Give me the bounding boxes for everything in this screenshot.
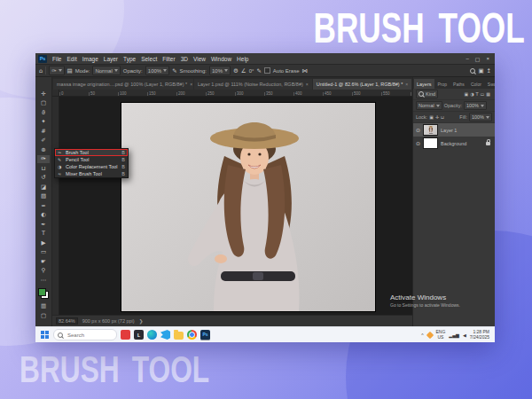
symmetry-icon[interactable]: ⋈	[302, 67, 309, 74]
filter-type-icons[interactable]: ▣◑T▭▦	[464, 91, 492, 97]
zoom-tool-icon[interactable]: ⚲	[37, 267, 50, 276]
chevron-down-icon	[114, 69, 118, 72]
color-swatches[interactable]	[38, 288, 49, 299]
lasso-tool-icon[interactable]: ϑ	[37, 108, 50, 117]
flyout-item-pencil-tool[interactable]: ✎ Pencil Tool B	[55, 156, 128, 163]
pressure-opacity-icon[interactable]: ✎	[172, 67, 176, 74]
gradient-tool-icon[interactable]: ▨	[37, 192, 50, 201]
blur-tool-icon[interactable]: ≈	[37, 201, 50, 210]
menu-select[interactable]: Select	[138, 56, 160, 62]
home-icon[interactable]: ⌂	[39, 67, 43, 74]
smoothing-options-gear-icon[interactable]: ⚙	[233, 67, 239, 74]
document-tab-1[interactable]: massa image origination....psd @ 100% (L…	[53, 79, 193, 90]
move-tool-icon[interactable]: ✛	[37, 90, 50, 98]
layers-blend-mode-dropdown[interactable]: Normal	[416, 101, 442, 110]
close-button[interactable]: ×	[486, 56, 489, 62]
type-tool-icon[interactable]: T	[37, 230, 50, 239]
taskbar-search[interactable]	[53, 329, 117, 340]
taskbar-app-l-icon[interactable]: L	[134, 330, 144, 340]
menu-layer[interactable]: Layer	[101, 56, 121, 62]
lock-icons[interactable]: ▣✛⊔	[429, 114, 446, 120]
close-tab-icon[interactable]: ×	[190, 82, 192, 87]
filter-kind-dropdown[interactable]: Kind	[416, 90, 438, 98]
layers-opacity-dropdown[interactable]: 100%	[464, 101, 487, 110]
blend-mode-dropdown[interactable]: Normal	[92, 66, 120, 75]
tray-chevron-icon[interactable]: ^	[421, 332, 423, 338]
minimize-button[interactable]: –	[466, 56, 468, 62]
tray-shield-icon[interactable]	[426, 331, 433, 338]
share-icon[interactable]: ↥	[487, 67, 491, 74]
brush-preset-picker[interactable]: ✑	[49, 66, 64, 75]
opacity-dropdown[interactable]: 100%	[145, 66, 169, 75]
restore-button[interactable]: ▢	[475, 56, 481, 62]
pressure-size-icon[interactable]: ✎	[256, 67, 261, 74]
edit-toolbar-icon[interactable]: ⋯	[37, 276, 50, 285]
crop-tool-icon[interactable]: #	[37, 127, 50, 136]
brush-angle-icon[interactable]: ∠	[241, 67, 246, 74]
search-icon[interactable]	[470, 68, 475, 74]
spot-healing-tool-icon[interactable]: ⊕	[37, 145, 50, 154]
visibility-eye-icon[interactable]: ⊙	[416, 127, 420, 133]
menu-filter[interactable]: Filter	[160, 56, 177, 62]
visibility-eye-icon[interactable]: ⊙	[416, 140, 420, 146]
tab-layers[interactable]: Layers	[414, 79, 434, 89]
eyedropper-tool-icon[interactable]: ✐	[37, 137, 50, 145]
foreground-color-swatch[interactable]	[38, 288, 46, 296]
volume-icon[interactable]: ◀	[463, 332, 466, 338]
workspace-icon[interactable]: ▣	[478, 67, 483, 74]
flyout-item-brush-tool[interactable]: ✑ Brush Tool B	[55, 149, 128, 156]
tab-color[interactable]: Color	[468, 79, 484, 89]
flyout-item-color-replacement-tool[interactable]: ◑ Color Replacement Tool B	[55, 163, 128, 170]
network-icon[interactable]: ▂▄▆	[449, 332, 459, 338]
tab-paths[interactable]: Paths	[450, 79, 467, 89]
start-button[interactable]	[41, 331, 50, 340]
dodge-tool-icon[interactable]: ◐	[37, 211, 50, 220]
file-explorer-icon[interactable]	[174, 332, 184, 340]
taskbar-clock[interactable]: 1:28 PM 7/24/2025	[470, 330, 489, 340]
language-indicator[interactable]: ENG US	[436, 330, 446, 340]
menu-window[interactable]: Window	[208, 56, 234, 62]
vscode-icon[interactable]	[160, 330, 170, 340]
menu-file[interactable]: File	[50, 56, 64, 62]
path-selection-tool-icon[interactable]: ▶	[37, 239, 50, 247]
auto-erase-checkbox[interactable]	[264, 67, 270, 74]
chrome-browser-icon[interactable]	[187, 330, 197, 340]
quick-selection-tool-icon[interactable]: ✦	[37, 118, 50, 127]
brush-tool-icon[interactable]: ✑	[37, 155, 50, 164]
canvas[interactable]	[59, 97, 412, 315]
brush-settings-panel-icon[interactable]: ▤	[67, 67, 73, 74]
tab-properties[interactable]: Prop	[435, 79, 450, 89]
close-tab-icon[interactable]: ×	[405, 82, 408, 87]
marquee-tool-icon[interactable]: ▢	[37, 99, 50, 108]
menu-view[interactable]: View	[191, 56, 208, 62]
menu-type[interactable]: Type	[121, 56, 138, 62]
opacity-value: 100%	[466, 103, 479, 108]
layer-row-background[interactable]: ⊙ Background	[413, 137, 495, 150]
taskbar-app-red-icon[interactable]	[121, 330, 130, 340]
close-tab-icon[interactable]: ×	[306, 82, 309, 87]
edge-browser-icon[interactable]	[147, 330, 157, 340]
layer-row-layer1[interactable]: ⊙ Layer 1	[413, 123, 495, 137]
history-brush-tool-icon[interactable]: ↺	[37, 174, 50, 183]
pen-tool-icon[interactable]: ✒	[37, 220, 50, 229]
photoshop-taskbar-icon[interactable]: Ps	[200, 330, 210, 340]
hand-tool-icon[interactable]: ☛	[37, 257, 50, 266]
document-tab-3-active[interactable]: Untitled-1 @ 82.6% (Layer 1, RGB/8#) * ×	[313, 79, 412, 90]
search-input[interactable]	[66, 332, 105, 339]
tab-swatches[interactable]: Swat	[485, 79, 495, 89]
smoothing-dropdown[interactable]: 10%	[209, 66, 231, 75]
menu-help[interactable]: Help	[234, 56, 251, 62]
menu-edit[interactable]: Edit	[64, 56, 79, 62]
menu-image[interactable]: Image	[80, 56, 101, 62]
clone-stamp-tool-icon[interactable]: ⊔	[37, 164, 50, 173]
status-options-caret[interactable]: ❯	[139, 318, 144, 324]
layers-fill-dropdown[interactable]: 100%	[469, 113, 492, 121]
flyout-item-mixer-brush-tool[interactable]: ≈ Mixer Brush Tool B	[55, 170, 128, 177]
zoom-level-field[interactable]: 82.64%	[56, 317, 78, 325]
screen-mode-icon[interactable]: ▢	[37, 311, 50, 320]
document-tab-2[interactable]: Layer 1.psd @ 111% (Noise Reduction, RGB…	[194, 79, 312, 90]
quick-mask-icon[interactable]: ▥	[37, 302, 50, 311]
shape-tool-icon[interactable]: ▭	[37, 248, 50, 257]
eraser-tool-icon[interactable]: ◪	[37, 183, 50, 192]
menu-3d[interactable]: 3D	[178, 56, 191, 62]
